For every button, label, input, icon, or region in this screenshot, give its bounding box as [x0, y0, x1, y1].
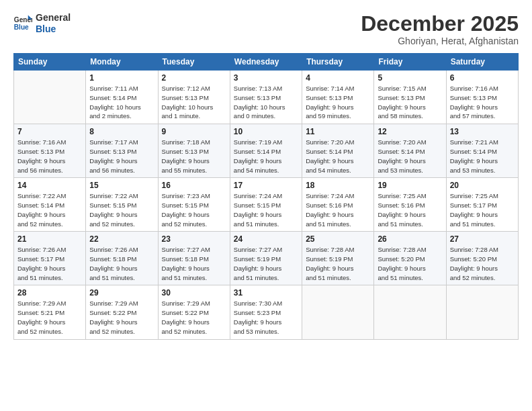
day-info: Sunrise: 7:16 AMSunset: 5:13 PMDaylight:…: [17, 138, 82, 175]
calendar-cell: 30Sunrise: 7:29 AMSunset: 5:22 PMDayligh…: [158, 285, 230, 339]
day-info: Sunrise: 7:26 AMSunset: 5:18 PMDaylight:…: [89, 245, 154, 282]
calendar-page: General Blue General Blue December 2025 …: [0, 0, 532, 411]
day-info: Sunrise: 7:29 AMSunset: 5:22 PMDaylight:…: [89, 299, 154, 336]
calendar-cell: [446, 285, 518, 339]
day-number: 4: [306, 73, 370, 83]
day-number: 2: [162, 73, 226, 83]
calendar-cell: 1Sunrise: 7:11 AMSunset: 5:14 PMDaylight…: [86, 71, 158, 124]
day-number: 6: [450, 73, 515, 83]
day-number: 23: [162, 234, 226, 244]
day-number: 14: [17, 181, 82, 190]
calendar-body: 1Sunrise: 7:11 AMSunset: 5:14 PMDaylight…: [14, 71, 519, 339]
weekday-header-sunday: Sunday: [14, 54, 86, 71]
weekday-header-wednesday: Wednesday: [230, 54, 302, 71]
calendar-header-row: SundayMondayTuesdayWednesdayThursdayFrid…: [14, 54, 519, 71]
calendar-cell: 10Sunrise: 7:19 AMSunset: 5:14 PMDayligh…: [230, 124, 302, 178]
day-info: Sunrise: 7:27 AMSunset: 5:19 PMDaylight:…: [234, 245, 298, 282]
calendar-cell: 24Sunrise: 7:27 AMSunset: 5:19 PMDayligh…: [230, 232, 302, 285]
calendar-cell: 21Sunrise: 7:26 AMSunset: 5:17 PMDayligh…: [14, 232, 86, 285]
calendar-cell: 12Sunrise: 7:20 AMSunset: 5:14 PMDayligh…: [374, 124, 446, 178]
calendar-cell: 23Sunrise: 7:27 AMSunset: 5:18 PMDayligh…: [158, 232, 230, 285]
day-info: Sunrise: 7:15 AMSunset: 5:13 PMDaylight:…: [378, 84, 442, 121]
day-number: 29: [89, 288, 154, 298]
calendar-cell: 18Sunrise: 7:24 AMSunset: 5:16 PMDayligh…: [302, 178, 374, 232]
calendar-cell: 14Sunrise: 7:22 AMSunset: 5:14 PMDayligh…: [14, 178, 86, 232]
day-number: 13: [450, 127, 515, 136]
day-number: 31: [234, 288, 298, 298]
calendar-cell: 11Sunrise: 7:20 AMSunset: 5:14 PMDayligh…: [302, 124, 374, 178]
calendar-cell: 4Sunrise: 7:14 AMSunset: 5:13 PMDaylight…: [302, 71, 374, 124]
day-info: Sunrise: 7:11 AMSunset: 5:14 PMDaylight:…: [89, 84, 154, 121]
day-info: Sunrise: 7:22 AMSunset: 5:15 PMDaylight:…: [89, 191, 154, 228]
day-info: Sunrise: 7:27 AMSunset: 5:18 PMDaylight:…: [162, 245, 226, 282]
calendar-cell: 25Sunrise: 7:28 AMSunset: 5:19 PMDayligh…: [302, 232, 374, 285]
calendar-cell: 22Sunrise: 7:26 AMSunset: 5:18 PMDayligh…: [86, 232, 158, 285]
day-number: 21: [17, 234, 82, 244]
calendar-cell: 9Sunrise: 7:18 AMSunset: 5:13 PMDaylight…: [158, 124, 230, 178]
day-info: Sunrise: 7:13 AMSunset: 5:13 PMDaylight:…: [234, 84, 298, 121]
day-number: 24: [234, 234, 298, 244]
day-info: Sunrise: 7:23 AMSunset: 5:15 PMDaylight:…: [162, 191, 226, 228]
day-info: Sunrise: 7:12 AMSunset: 5:13 PMDaylight:…: [162, 84, 226, 121]
calendar-cell: [14, 71, 86, 124]
calendar-table: SundayMondayTuesdayWednesdayThursdayFrid…: [13, 53, 519, 339]
day-info: Sunrise: 7:21 AMSunset: 5:14 PMDaylight:…: [450, 138, 515, 175]
weekday-header-tuesday: Tuesday: [158, 54, 230, 71]
day-info: Sunrise: 7:22 AMSunset: 5:14 PMDaylight:…: [17, 191, 82, 228]
day-info: Sunrise: 7:29 AMSunset: 5:21 PMDaylight:…: [17, 299, 82, 336]
calendar-cell: 17Sunrise: 7:24 AMSunset: 5:15 PMDayligh…: [230, 178, 302, 232]
day-number: 15: [89, 181, 154, 190]
calendar-cell: 5Sunrise: 7:15 AMSunset: 5:13 PMDaylight…: [374, 71, 446, 124]
day-info: Sunrise: 7:20 AMSunset: 5:14 PMDaylight:…: [378, 138, 442, 175]
day-number: 12: [378, 127, 442, 136]
calendar-week-2: 7Sunrise: 7:16 AMSunset: 5:13 PMDaylight…: [14, 124, 519, 178]
title-block: December 2025 Ghoriyan, Herat, Afghanist…: [361, 12, 519, 46]
svg-text:Blue: Blue: [14, 24, 29, 31]
day-number: 18: [306, 181, 370, 190]
day-info: Sunrise: 7:24 AMSunset: 5:15 PMDaylight:…: [234, 191, 298, 228]
day-number: 16: [162, 181, 226, 190]
calendar-cell: 2Sunrise: 7:12 AMSunset: 5:13 PMDaylight…: [158, 71, 230, 124]
day-info: Sunrise: 7:25 AMSunset: 5:16 PMDaylight:…: [378, 191, 442, 228]
day-number: 11: [306, 127, 370, 136]
calendar-cell: 8Sunrise: 7:17 AMSunset: 5:13 PMDaylight…: [86, 124, 158, 178]
day-info: Sunrise: 7:25 AMSunset: 5:17 PMDaylight:…: [450, 191, 515, 228]
calendar-cell: 13Sunrise: 7:21 AMSunset: 5:14 PMDayligh…: [446, 124, 518, 178]
logo-general: General: [36, 12, 71, 24]
calendar-week-5: 28Sunrise: 7:29 AMSunset: 5:21 PMDayligh…: [14, 285, 519, 339]
calendar-cell: 20Sunrise: 7:25 AMSunset: 5:17 PMDayligh…: [446, 178, 518, 232]
day-number: 10: [234, 127, 298, 136]
day-info: Sunrise: 7:28 AMSunset: 5:20 PMDaylight:…: [450, 245, 515, 282]
day-number: 1: [89, 73, 154, 83]
calendar-cell: 6Sunrise: 7:16 AMSunset: 5:13 PMDaylight…: [446, 71, 518, 124]
day-number: 8: [89, 127, 154, 136]
calendar-cell: [302, 285, 374, 339]
calendar-cell: 3Sunrise: 7:13 AMSunset: 5:13 PMDaylight…: [230, 71, 302, 124]
location: Ghoriyan, Herat, Afghanistan: [361, 36, 519, 46]
calendar-week-3: 14Sunrise: 7:22 AMSunset: 5:14 PMDayligh…: [14, 178, 519, 232]
weekday-header-monday: Monday: [86, 54, 158, 71]
weekday-header-saturday: Saturday: [446, 54, 518, 71]
calendar-cell: [374, 285, 446, 339]
header: General Blue General Blue December 2025 …: [13, 12, 519, 46]
day-info: Sunrise: 7:28 AMSunset: 5:20 PMDaylight:…: [378, 245, 442, 282]
day-info: Sunrise: 7:29 AMSunset: 5:22 PMDaylight:…: [162, 299, 226, 336]
day-number: 26: [378, 234, 442, 244]
calendar-cell: 19Sunrise: 7:25 AMSunset: 5:16 PMDayligh…: [374, 178, 446, 232]
day-info: Sunrise: 7:18 AMSunset: 5:13 PMDaylight:…: [162, 138, 226, 175]
day-info: Sunrise: 7:14 AMSunset: 5:13 PMDaylight:…: [306, 84, 370, 121]
calendar-cell: 31Sunrise: 7:30 AMSunset: 5:23 PMDayligh…: [230, 285, 302, 339]
logo-blue: Blue: [36, 24, 71, 35]
day-info: Sunrise: 7:30 AMSunset: 5:23 PMDaylight:…: [234, 299, 298, 336]
calendar-cell: 16Sunrise: 7:23 AMSunset: 5:15 PMDayligh…: [158, 178, 230, 232]
calendar-cell: 27Sunrise: 7:28 AMSunset: 5:20 PMDayligh…: [446, 232, 518, 285]
calendar-cell: 7Sunrise: 7:16 AMSunset: 5:13 PMDaylight…: [14, 124, 86, 178]
day-info: Sunrise: 7:19 AMSunset: 5:14 PMDaylight:…: [234, 138, 298, 175]
day-number: 7: [17, 127, 82, 136]
day-number: 17: [234, 181, 298, 190]
calendar-week-4: 21Sunrise: 7:26 AMSunset: 5:17 PMDayligh…: [14, 232, 519, 285]
day-info: Sunrise: 7:26 AMSunset: 5:17 PMDaylight:…: [17, 245, 82, 282]
day-info: Sunrise: 7:24 AMSunset: 5:16 PMDaylight:…: [306, 191, 370, 228]
logo: General Blue General Blue: [13, 12, 71, 35]
day-info: Sunrise: 7:28 AMSunset: 5:19 PMDaylight:…: [306, 245, 370, 282]
